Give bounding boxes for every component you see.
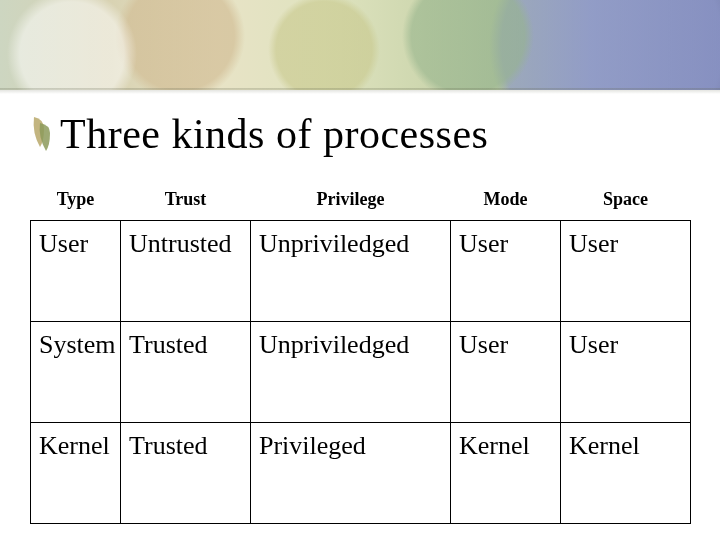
cell-trust: Untrusted	[121, 221, 251, 322]
cell-mode: Kernel	[451, 423, 561, 524]
col-header-trust: Trust	[121, 185, 251, 221]
slide: Three kinds of processes Type Trust Priv…	[0, 0, 720, 540]
leaf-bullet-icon	[30, 107, 56, 159]
col-header-space: Space	[561, 185, 691, 221]
decorative-banner	[0, 0, 720, 90]
cell-space: User	[561, 322, 691, 423]
table-row: User Untrusted Unpriviledged User User	[31, 221, 691, 322]
cell-trust: Trusted	[121, 423, 251, 524]
cell-privilege: Unpriviledged	[251, 322, 451, 423]
process-table: Type Trust Privilege Mode Space User Unt…	[30, 185, 690, 524]
cell-privilege: Privileged	[251, 423, 451, 524]
table-row: System Trusted Unpriviledged User User	[31, 322, 691, 423]
cell-type: User	[31, 221, 121, 322]
col-header-type: Type	[31, 185, 121, 221]
table-header-row: Type Trust Privilege Mode Space	[31, 185, 691, 221]
col-header-privilege: Privilege	[251, 185, 451, 221]
table-row: Kernel Trusted Privileged Kernel Kernel	[31, 423, 691, 524]
col-header-mode: Mode	[451, 185, 561, 221]
cell-type: Kernel	[31, 423, 121, 524]
cell-privilege: Unpriviledged	[251, 221, 451, 322]
cell-space: User	[561, 221, 691, 322]
cell-mode: User	[451, 322, 561, 423]
cell-type: System	[31, 322, 121, 423]
slide-title: Three kinds of processes	[60, 110, 680, 158]
cell-mode: User	[451, 221, 561, 322]
cell-trust: Trusted	[121, 322, 251, 423]
cell-space: Kernel	[561, 423, 691, 524]
